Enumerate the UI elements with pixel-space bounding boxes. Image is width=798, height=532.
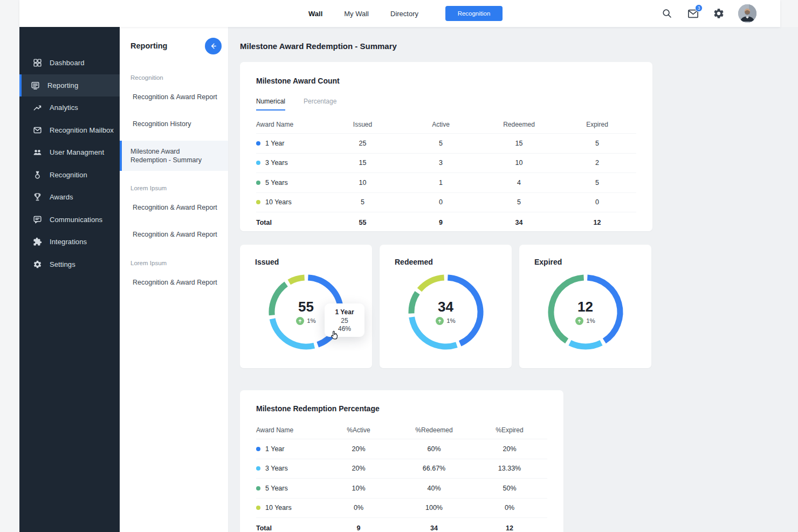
sidebar: Dashboard Reporting Analytics Recognitio… [19,27,120,532]
cell-value: 4 [480,179,558,186]
gear-icon[interactable] [712,7,725,20]
donut-segment-1-year[interactable] [448,278,480,343]
sidebar-item-settings[interactable]: Settings [19,253,120,276]
sidebar-item-analytics[interactable]: Analytics [19,96,120,119]
sidebar-item-recognition-mailbox[interactable]: Recognition Mailbox [19,119,120,142]
nav-item-wall[interactable]: Wall [308,10,322,18]
donut-segment-1-year[interactable] [587,278,620,341]
redemption-percentage-card: Milestone Redemption Percentage Award Na… [240,390,563,532]
cell-value: 25 [324,140,402,147]
donut-segment-5-years[interactable] [551,278,584,341]
donut-segment-3-years[interactable] [272,319,314,347]
sidebar-item-label: Integrations [50,238,87,246]
award-dot [256,181,260,185]
tab-percentage[interactable]: Percentage [304,98,336,110]
award-name: 1 Year [265,445,284,453]
subsidebar-item-active[interactable]: Milestone Award Redemption - Summary [120,141,228,171]
award-dot [256,506,260,510]
cell-value: 3 [402,159,480,167]
donut-card-title: Issued [255,258,357,266]
sidebar-item-label: Awards [50,193,73,201]
tab-numerical[interactable]: Numerical [256,98,285,110]
reporting-subsidebar: Reporting RecognitionRecognition & Award… [120,27,229,532]
mail-icon[interactable]: 3 [686,7,699,20]
award-dot [256,141,260,146]
table-row: 10 Years0%100%0% [256,498,547,518]
chat-icon [33,215,42,224]
back-button[interactable] [205,38,222,54]
subsidebar-nav: RecognitionRecognition & Award ReportRec… [120,74,228,293]
subsidebar-item[interactable]: Recognition & Award Report [120,86,228,108]
sidebar-item-integrations[interactable]: Integrations [19,231,120,253]
sidebar-item-reporting[interactable]: Reporting [19,74,120,97]
total-value: 9 [321,524,396,532]
total-value: 34 [396,524,472,532]
search-icon[interactable] [661,7,673,20]
donut-card-title: Redeemed [395,258,497,266]
subsidebar-title: Reporting [130,42,167,50]
award-name: 3 Years [265,465,288,472]
donut-segment-3-years[interactable] [569,343,601,347]
sidebar-item-user-managment[interactable]: User Managment [19,141,120,164]
award-dot [256,486,260,490]
donut-segment-5-years[interactable] [411,293,417,313]
column-header: %Expired [472,426,547,434]
donut-segment-10-years[interactable] [419,278,444,290]
subsidebar-item[interactable]: Recognition & Award Report [120,224,228,245]
table-header-row: Award Name%Active%Redeemed%Expired [256,422,547,439]
subsidebar-group-label: Lorem Ipsum [130,260,217,266]
topbar: WallMy WallDirectory Recognition 3 [19,0,780,27]
donut-segment-3-years[interactable] [411,317,456,347]
count-table: Award NameIssuedActiveRedeemedExpired1 Y… [256,116,636,232]
total-value: 55 [324,219,402,226]
sidebar-item-label: Communications [50,216,102,224]
page-title: Milestone Award Redemption - Summary [240,42,798,51]
subsidebar-item[interactable]: Recognition & Award Report [120,272,228,293]
sidebar-item-recognition[interactable]: Recognition [19,164,120,186]
main-content: Milestone Award Redemption - Summary Mil… [229,27,798,532]
table-row: 10 Years5050 [256,192,636,212]
cell-value: 15 [480,140,558,147]
cell-value: 13.33% [472,465,547,472]
award-dot [256,466,260,471]
table-row: 3 Years20%66.67%13.33% [256,459,547,479]
total-label: Total [256,524,321,532]
cell-value: 60% [396,445,472,453]
cell-value: 10 [480,159,558,167]
column-header: Award Name [256,121,324,128]
puzzle-icon [33,237,42,246]
user-avatar[interactable] [738,4,756,23]
cell-value: 15 [324,159,402,167]
award-name: 10 Years [265,198,292,206]
cell-value: 0% [321,504,396,512]
recognition-button[interactable]: Recognition [445,6,503,21]
donut-segment-5-years[interactable] [271,284,286,315]
sidebar-item-label: Analytics [50,103,78,112]
cell-value: 5 [558,179,636,186]
users-icon [33,148,42,157]
donut-card-expired: Expired 12 1% [519,245,651,368]
analytics-icon [33,103,42,112]
total-value: 9 [402,219,480,226]
donut-segment-10-years[interactable] [289,278,304,282]
award-name: 5 Years [265,179,288,186]
table-header-row: Award NameIssuedActiveRedeemedExpired [256,116,636,133]
cell-value: 100% [396,504,472,512]
table-row: 3 Years153102 [256,153,636,173]
sidebar-item-awards[interactable]: Awards [19,186,120,209]
cell-value: 50% [472,485,547,492]
award-name: 10 Years [265,504,292,512]
cell-value: 0% [472,504,547,512]
topbar-actions: 3 [661,0,756,27]
table-row: 1 Year255155 [256,133,636,153]
cell-value: 1 [402,179,480,186]
sidebar-item-label: User Managment [50,148,104,156]
nav-item-my-wall[interactable]: My Wall [344,10,369,18]
column-header: Issued [324,121,402,128]
table-row: 5 Years10%40%50% [256,478,547,498]
subsidebar-item[interactable]: Recognition & Award Report [120,197,228,218]
sidebar-item-dashboard[interactable]: Dashboard [19,52,120,74]
nav-item-directory[interactable]: Directory [390,10,418,18]
subsidebar-item[interactable]: Recognition History [120,113,228,135]
sidebar-item-communications[interactable]: Communications [19,209,120,231]
